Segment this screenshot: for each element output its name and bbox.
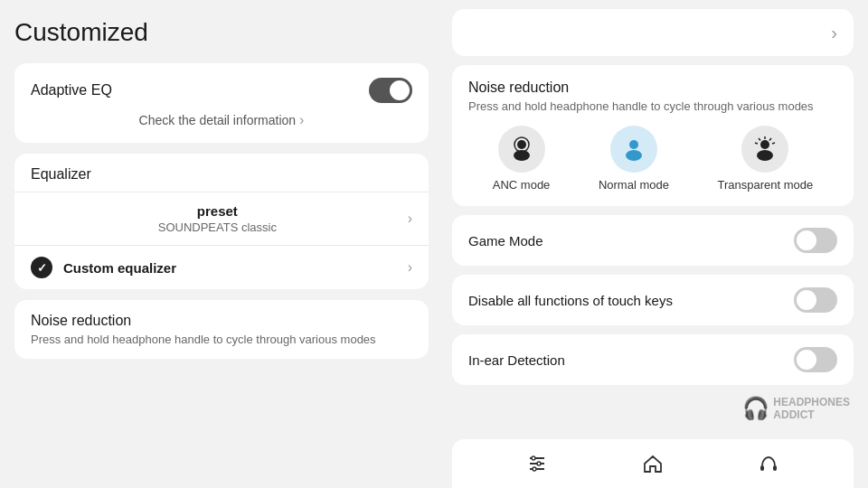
svg-line-9 bbox=[759, 138, 760, 141]
top-chevron-card[interactable]: › bbox=[452, 9, 854, 56]
adaptive-eq-card: Adaptive EQ Check the detail information… bbox=[14, 63, 429, 143]
transparent-mode-label: Transparent mode bbox=[717, 178, 813, 192]
touch-keys-label: Disable all functions of touch keys bbox=[468, 293, 673, 308]
right-panel: › Noise reduction Press and hold headpho… bbox=[443, 0, 868, 488]
anc-modes-container: ANC mode Normal mode bbox=[468, 126, 837, 192]
game-mode-toggle[interactable] bbox=[794, 228, 837, 253]
checkmark-icon bbox=[31, 257, 52, 278]
noise-right-subtitle: Press and hold headphone handle to cycle… bbox=[468, 99, 837, 113]
anc-mode-item[interactable]: ANC mode bbox=[493, 126, 551, 192]
noise-reduction-card-left: Noise reduction Press and hold headphone… bbox=[14, 300, 429, 359]
svg-point-0 bbox=[517, 140, 526, 149]
nav-headphones[interactable] bbox=[758, 453, 779, 474]
adaptive-eq-toggle[interactable] bbox=[369, 78, 412, 103]
preset-option[interactable]: preset SOUNDPEATS classic › bbox=[14, 192, 429, 245]
in-ear-label: In-ear Detection bbox=[468, 352, 565, 368]
svg-point-17 bbox=[533, 467, 536, 471]
nav-equalizer[interactable] bbox=[526, 453, 548, 474]
custom-eq-option[interactable]: Custom equalizer › bbox=[14, 245, 429, 289]
preset-label: preset bbox=[197, 203, 238, 219]
touch-keys-card: Disable all functions of touch keys bbox=[452, 275, 854, 325]
noise-right-title: Noise reduction bbox=[468, 80, 837, 96]
noise-subtitle-left: Press and hold headphone handle to cycle… bbox=[31, 333, 412, 346]
top-chevron-icon: › bbox=[831, 23, 837, 43]
svg-line-10 bbox=[772, 143, 775, 144]
svg-point-4 bbox=[626, 150, 642, 161]
adaptive-eq-label: Adaptive EQ bbox=[31, 82, 112, 99]
game-mode-card: Game Mode bbox=[452, 215, 854, 266]
bottom-nav bbox=[452, 439, 854, 488]
watermark-text: HEADPHONESADDICT bbox=[773, 396, 850, 421]
transparent-mode-item[interactable]: Transparent mode bbox=[717, 126, 813, 192]
svg-rect-19 bbox=[773, 465, 777, 471]
preset-sub: SOUNDPEATS classic bbox=[158, 221, 277, 234]
detail-link[interactable]: Check the detail information › bbox=[31, 112, 412, 128]
anc-mode-label: ANC mode bbox=[493, 178, 551, 192]
normal-mode-label: Normal mode bbox=[599, 178, 669, 192]
noise-title-left: Noise reduction bbox=[31, 313, 412, 329]
equalizer-title: Equalizer bbox=[14, 154, 429, 192]
in-ear-toggle[interactable] bbox=[794, 347, 837, 372]
svg-point-3 bbox=[629, 140, 638, 149]
nav-home[interactable] bbox=[642, 453, 664, 474]
headphones-watermark-icon: 🎧 bbox=[742, 396, 769, 421]
anc-mode-icon bbox=[498, 126, 545, 173]
custom-eq-label: Custom equalizer bbox=[63, 260, 176, 276]
in-ear-card: In-ear Detection bbox=[452, 334, 854, 385]
svg-point-6 bbox=[757, 150, 773, 161]
game-mode-label: Game Mode bbox=[468, 233, 543, 249]
svg-rect-18 bbox=[760, 465, 764, 471]
noise-reduction-card-right: Noise reduction Press and hold headphone… bbox=[452, 65, 854, 206]
custom-eq-chevron-icon: › bbox=[408, 259, 412, 276]
svg-point-5 bbox=[760, 140, 769, 149]
svg-point-15 bbox=[532, 456, 535, 460]
chevron-icon: › bbox=[299, 112, 304, 128]
svg-line-8 bbox=[769, 138, 771, 141]
transparent-mode-icon bbox=[741, 126, 788, 173]
touch-keys-toggle[interactable] bbox=[794, 287, 837, 313]
svg-point-16 bbox=[537, 462, 541, 465]
page-title: Customized bbox=[14, 18, 429, 47]
normal-mode-item[interactable]: Normal mode bbox=[599, 126, 669, 192]
equalizer-card: Equalizer preset SOUNDPEATS classic › Cu… bbox=[14, 154, 429, 289]
normal-mode-icon bbox=[610, 126, 657, 173]
svg-line-11 bbox=[755, 143, 758, 144]
preset-chevron-icon: › bbox=[408, 211, 412, 227]
left-panel: Customized Adaptive EQ Check the detail … bbox=[0, 0, 443, 488]
